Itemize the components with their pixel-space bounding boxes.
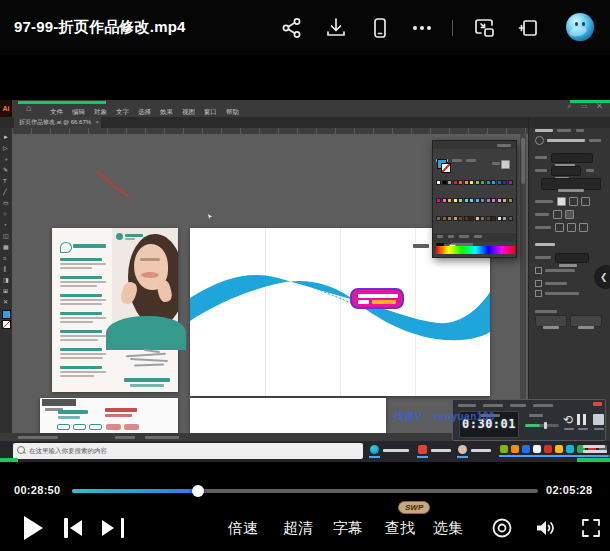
color-swatch	[442, 198, 447, 203]
windows-taskbar: 在这里输入你要搜索的内容	[0, 441, 610, 462]
tool-icon: ╱	[3, 187, 9, 198]
question-line	[60, 276, 102, 279]
taskbar-app-icon	[544, 445, 552, 453]
color-swatch	[491, 216, 496, 221]
swatch-row	[436, 207, 513, 224]
question-line	[60, 330, 102, 333]
taskbar-app-icon	[511, 445, 519, 453]
fill-swatch	[2, 310, 11, 319]
recorder-close-button	[593, 402, 602, 406]
color-swatch	[436, 216, 441, 221]
tool-icon: ◫	[3, 231, 9, 242]
color-swatch	[508, 198, 513, 203]
fullscreen-icon[interactable]	[579, 516, 603, 540]
phone-icon[interactable]	[368, 16, 392, 40]
tool-icon: T	[3, 176, 9, 187]
find-button[interactable]: 查找	[385, 519, 415, 538]
body-line	[60, 285, 97, 287]
progress-bar[interactable]	[72, 489, 538, 493]
color-swatch	[458, 216, 463, 221]
progress-handle[interactable]	[192, 485, 204, 497]
color-swatch	[458, 180, 463, 185]
total-time: 02:05:28	[546, 484, 592, 496]
color-swatch	[475, 216, 480, 221]
taskbar-app-icon	[566, 445, 574, 453]
layers-panel-header	[433, 233, 516, 242]
body-line	[60, 303, 102, 305]
color-swatch	[502, 198, 507, 203]
color-swatch	[497, 216, 502, 221]
swatches-tabs	[433, 149, 516, 158]
color-swatch	[502, 180, 507, 185]
quality-button[interactable]: 超清	[283, 519, 313, 538]
taskbar-app-icon	[555, 445, 563, 453]
episodes-button[interactable]: 选集	[433, 519, 463, 538]
taskbar-app-icon	[522, 445, 530, 453]
artboard-brochure-back	[40, 398, 178, 433]
color-swatch	[464, 180, 469, 185]
color-swatch	[453, 180, 458, 185]
red-annotation-stroke	[90, 166, 136, 202]
green-marker-left	[18, 101, 106, 104]
brochure-teal-band	[106, 316, 186, 350]
color-swatch	[497, 198, 502, 203]
mini-player-icon[interactable]	[516, 16, 540, 40]
tool-icon: ⊞	[3, 286, 9, 297]
recorder-stop-icon	[593, 414, 604, 425]
tool-icon: ∥	[3, 264, 9, 275]
ai-logo: Ai	[0, 100, 12, 117]
download-icon[interactable]	[324, 16, 348, 40]
previous-button[interactable]	[64, 518, 86, 538]
body-line	[60, 335, 106, 337]
color-swatch	[508, 216, 513, 221]
tool-icon: ◨	[3, 275, 9, 286]
tool-icon: ⌗	[3, 253, 9, 264]
color-swatch	[480, 216, 485, 221]
question-line	[60, 294, 102, 297]
color-swatch	[447, 180, 452, 185]
tab-close-icon: ×	[96, 117, 100, 128]
video-title: 97-99-折页作品修改.mp4	[14, 18, 186, 37]
record-mode-icon[interactable]	[490, 516, 514, 540]
body-line	[60, 263, 106, 265]
share-icon[interactable]	[280, 16, 304, 40]
color-swatch	[480, 198, 485, 203]
recorder-restart-icon: ⟲	[563, 413, 573, 427]
document-tab: 折页作品修改.ai @ 66.67%×	[14, 117, 101, 128]
play-button[interactable]	[24, 516, 43, 540]
next-button[interactable]	[102, 518, 124, 538]
user-avatar[interactable]	[566, 13, 594, 41]
tool-icon: ▦	[3, 242, 9, 253]
speed-button[interactable]: 倍速	[228, 519, 258, 538]
tool-icon: ▭	[3, 198, 9, 209]
color-swatch	[486, 216, 491, 221]
question-line	[60, 366, 102, 369]
volume-icon[interactable]	[533, 516, 557, 540]
topbar-divider	[452, 20, 453, 36]
color-swatch	[508, 180, 513, 185]
color-swatch	[442, 216, 447, 221]
video-content-area[interactable]: Ai ⌂ 文件编辑对象文字选择效果视图窗口帮助 ⌕ ▭ ✕ 折页作品修改.ai …	[0, 100, 610, 462]
layer-meta	[413, 244, 429, 248]
color-swatch	[469, 198, 474, 203]
color-swatch	[442, 180, 447, 185]
player-top-bar: 97-99-折页作品修改.mp4	[0, 0, 610, 55]
ai-toolbar: ►▷＋✎T╱▭○◔◫▦⌗∥◨⊞✕	[0, 128, 12, 433]
person-app-icon	[458, 445, 467, 454]
progress-fill	[72, 489, 198, 493]
color-swatch	[464, 198, 469, 203]
stroke-swatch	[2, 320, 11, 329]
pip-icon[interactable]	[472, 16, 496, 40]
body-line	[60, 375, 94, 377]
ai-status-bar	[0, 433, 528, 441]
taskbar-app-icon	[533, 445, 541, 453]
window-controls: ⌕ ▭ ✕	[568, 102, 606, 110]
subtitles-button[interactable]: 字幕	[333, 519, 363, 538]
color-swatch	[447, 216, 452, 221]
red-app-icon	[418, 445, 427, 454]
green-marker-bottom-left	[0, 458, 18, 462]
more-icon[interactable]	[410, 16, 434, 40]
green-marker-right	[570, 100, 610, 103]
color-spectrum-bar	[436, 246, 515, 254]
body-line	[60, 281, 106, 283]
